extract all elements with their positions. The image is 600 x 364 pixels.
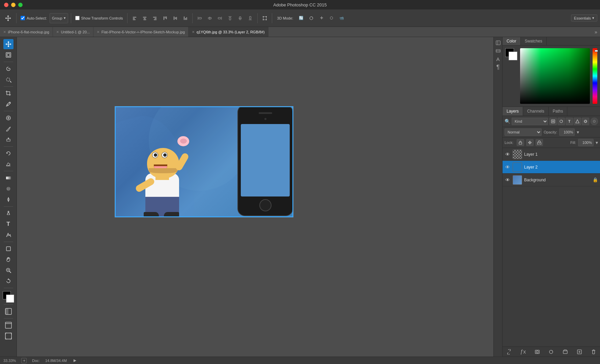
filter-smartobj-btn[interactable] — [582, 118, 589, 125]
crop-tool[interactable] — [3, 88, 13, 98]
new-layer-btn[interactable] — [576, 348, 583, 356]
auto-select-dropdown[interactable]: Group ▾ — [50, 13, 68, 23]
tab-iphone-flat[interactable]: × iPhone-6-flat-mockup.jpg — [0, 27, 53, 37]
layer-item-background[interactable]: 👁 Background 🔒 — [503, 174, 600, 186]
filter-pixel-btn[interactable] — [549, 118, 557, 125]
align-left-button[interactable] — [130, 13, 139, 23]
link-layers-btn[interactable] — [505, 348, 513, 356]
filter-shape-btn[interactable] — [574, 118, 581, 125]
rotate-view-tool[interactable] — [3, 276, 13, 286]
filter-toggle[interactable] — [591, 118, 598, 125]
lock-pixels-btn[interactable] — [517, 139, 524, 146]
align-right-button[interactable] — [150, 13, 159, 23]
opacity-dropdown-icon[interactable]: ▾ — [577, 129, 579, 135]
align-center-button[interactable] — [140, 13, 149, 23]
move-tool-button[interactable] — [3, 13, 13, 23]
tab-paths[interactable]: Paths — [549, 107, 568, 116]
add-mask-btn[interactable] — [534, 348, 541, 356]
move-tool[interactable] — [3, 39, 13, 49]
align-top-button[interactable] — [161, 13, 169, 23]
zoom-indicator[interactable] — [21, 358, 27, 363]
distribute-top-button[interactable] — [226, 13, 234, 23]
distribute-left-button[interactable] — [195, 13, 204, 23]
show-transform-input[interactable] — [75, 16, 80, 20]
maximize-button[interactable] — [18, 3, 23, 7]
dodge-tool[interactable] — [3, 194, 13, 205]
distribute-center-button[interactable] — [205, 13, 214, 23]
distribute-middle-button[interactable] — [236, 13, 245, 23]
distribute-right-button[interactable] — [216, 13, 224, 23]
canvas-area[interactable] — [17, 37, 493, 357]
show-transform-checkbox[interactable]: Show Transform Controls — [74, 16, 124, 20]
distribute-bottom-button[interactable] — [246, 13, 255, 23]
blend-mode-select[interactable]: Normal Dissolve Multiply Screen Overlay — [505, 128, 542, 136]
filter-type-btn[interactable]: T — [566, 118, 573, 125]
opacity-input[interactable] — [559, 128, 575, 136]
transform-button[interactable] — [260, 13, 269, 23]
3d-roll-button[interactable] — [307, 13, 316, 23]
3d-pan-button[interactable]: ✛ — [317, 13, 326, 23]
layer-1-visibility[interactable]: 👁 — [505, 151, 511, 157]
tab-swatches[interactable]: Swatches — [521, 37, 547, 45]
panel-toggle-3[interactable]: A — [494, 55, 502, 63]
layer-item-2[interactable]: 👁 Layer 2 — [503, 161, 600, 174]
tab-color[interactable]: Color — [503, 37, 521, 45]
3d-scale-button[interactable]: 📹 — [337, 13, 346, 23]
minimize-button[interactable] — [11, 3, 16, 7]
layer-2-visibility[interactable]: 👁 — [505, 164, 511, 170]
blur-tool[interactable] — [3, 184, 13, 194]
tab-channels[interactable]: Channels — [523, 107, 549, 116]
lasso-tool[interactable] — [3, 64, 13, 74]
tab-layers[interactable]: Layers — [503, 107, 523, 116]
gradient-tool[interactable] — [3, 173, 13, 183]
filter-adjustment-btn[interactable] — [558, 118, 565, 125]
3d-slide-button[interactable]: ⬡ — [327, 13, 336, 23]
quick-selection-tool[interactable] — [3, 74, 13, 85]
pen-tool[interactable] — [3, 208, 13, 218]
layer-item-1[interactable]: 👁 Layer 1 — [503, 148, 600, 161]
panel-toggle-2[interactable] — [494, 47, 502, 55]
auto-select-input[interactable] — [21, 16, 25, 20]
tab-close-iphone-flat[interactable]: × — [3, 30, 6, 34]
hue-slider[interactable] — [593, 48, 597, 104]
brush-tool[interactable] — [3, 124, 13, 134]
eraser-tool[interactable] — [3, 159, 13, 169]
tab-close-flat-vector[interactable]: × — [97, 30, 99, 34]
auto-select-checkbox[interactable]: Auto-Select: — [19, 16, 48, 20]
add-style-btn[interactable]: ƒx — [519, 348, 527, 356]
path-selection-tool[interactable] — [3, 230, 13, 240]
align-middle-button[interactable] — [171, 13, 179, 23]
panel-toggle-1[interactable] — [494, 39, 502, 47]
quick-mask-tool[interactable] — [3, 306, 13, 316]
eyedropper-tool[interactable] — [3, 99, 13, 109]
3d-rotate-button[interactable]: 🔄 — [297, 13, 306, 23]
full-screen-mode-button[interactable] — [3, 331, 13, 341]
text-tool[interactable]: T — [3, 219, 13, 229]
layer-filter-type[interactable]: Kind Name Effect Mode Attribute Color Sm… — [512, 118, 548, 125]
tabs-overflow-button[interactable]: » — [592, 27, 600, 37]
delete-layer-btn[interactable] — [590, 348, 597, 356]
background-swatch[interactable] — [509, 52, 517, 60]
color-spectrum[interactable] — [520, 48, 590, 104]
selection-tool[interactable] — [3, 50, 13, 60]
background-visibility[interactable]: 👁 — [505, 177, 511, 183]
healing-brush-tool[interactable] — [3, 113, 13, 123]
background-color[interactable] — [6, 295, 14, 303]
essentials-dropdown[interactable]: Essentials ▾ — [571, 14, 597, 22]
tab-flat-iphone-vector[interactable]: × Flat-IPhone-6-Vector-+-IPhone-Sketch-M… — [93, 27, 189, 37]
tab-close-q1yq6th[interactable]: × — [192, 30, 195, 34]
close-button[interactable] — [4, 3, 8, 7]
tab-q1yq6th[interactable]: × q1YQ6th.jpg @ 33.3% (Layer 2, RGB/8#) — [189, 27, 268, 37]
screen-mode-button[interactable] — [3, 320, 13, 330]
zoom-tool[interactable] — [3, 265, 13, 275]
fill-input[interactable] — [578, 139, 594, 146]
hand-tool[interactable] — [3, 254, 13, 265]
lock-all-btn[interactable] — [536, 139, 543, 146]
new-group-btn[interactable] — [562, 348, 569, 356]
clone-stamp-tool[interactable] — [3, 134, 13, 145]
playback-btn[interactable]: ▶ — [72, 358, 78, 363]
panel-toggle-4[interactable]: ¶ — [494, 63, 502, 71]
fill-dropdown-icon[interactable]: ▾ — [596, 140, 598, 145]
tab-untitled[interactable]: × Untitled-1 @ 20... — [53, 27, 93, 37]
align-bottom-button[interactable] — [181, 13, 190, 23]
